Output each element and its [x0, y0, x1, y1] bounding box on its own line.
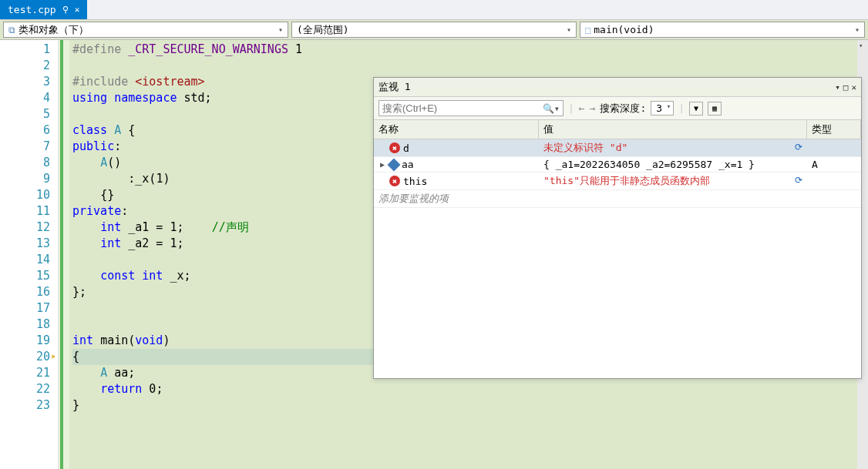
tab-label: test.cpp: [8, 4, 56, 15]
line-gutter: 1234567891011121314151617181920212223: [0, 40, 59, 469]
watch-row[interactable]: ✖this"this"只能用于非静态成员函数内部⟳: [374, 173, 861, 190]
line-number: 16: [0, 284, 50, 300]
watch-toolbar: 🔍▾ | ← → 搜索深度: 3 | ▼ ▦: [374, 97, 861, 120]
watch-name: aa: [402, 159, 414, 170]
watch-row[interactable]: ✖d未定义标识符 "d"⟳: [374, 139, 861, 157]
line-number: 15: [0, 268, 50, 284]
close-icon[interactable]: ✕: [851, 82, 856, 92]
filter-icon[interactable]: ▼: [689, 102, 703, 116]
line-number: 4: [0, 90, 50, 106]
line-number: 22: [0, 381, 50, 397]
error-icon: ✖: [389, 176, 400, 186]
watch-grid-body: ✖d未定义标识符 "d"⟳▶aa{ _a1=2022634050 _a2=629…: [374, 139, 861, 378]
code-line[interactable]: }: [72, 397, 865, 414]
file-tab[interactable]: test.cpp ⚲ ✕: [0, 0, 87, 19]
watch-titlebar[interactable]: 监视 1 ▾ □ ✕: [374, 78, 861, 97]
code-line[interactable]: [72, 58, 865, 74]
nav-back-icon[interactable]: ←: [579, 102, 585, 114]
line-number: 12: [0, 219, 50, 236]
line-number: 19: [0, 333, 50, 349]
nav-forward-icon[interactable]: →: [590, 102, 596, 114]
depth-label: 搜索深度:: [600, 102, 646, 116]
scope-dropdown-global[interactable]: (全局范围): [291, 22, 577, 38]
refresh-icon[interactable]: ⟳: [795, 142, 802, 152]
line-number: 21: [0, 365, 50, 381]
cube-icon: ⬚: [585, 25, 590, 35]
code-line[interactable]: #define _CRT_SECURE_NO_WARNINGS 1: [72, 42, 865, 58]
pin-icon[interactable]: ⚲: [62, 5, 69, 15]
watch-title-text: 监视 1: [378, 80, 832, 94]
watch-grid-header: 名称 值 类型: [374, 120, 861, 139]
line-number: 5: [0, 106, 50, 122]
expand-icon[interactable]: ▶: [378, 160, 386, 169]
col-value[interactable]: 值: [539, 120, 807, 139]
line-number: 14: [0, 252, 50, 268]
line-number: 1: [0, 42, 50, 58]
watch-row[interactable]: ▶aa{ _a1=2022634050 _a2=6295587 _x=1 }A: [374, 157, 861, 173]
line-number: 9: [0, 171, 50, 187]
line-number: 8: [0, 155, 50, 171]
dropdown-label: main(void): [594, 24, 654, 35]
watch-type: [807, 146, 861, 149]
watch-value: "this"只能用于非静态成员函数内部⟳: [539, 173, 807, 189]
refresh-icon[interactable]: ⟳: [795, 175, 802, 186]
depth-dropdown[interactable]: 3: [651, 101, 674, 116]
watch-search[interactable]: 🔍▾: [378, 100, 564, 116]
scope-dropdown-project[interactable]: ⧉ 类和对象（下）: [3, 22, 288, 38]
watch-value: { _a1=2022634050 _a2=6295587 _x=1 }: [539, 157, 807, 172]
line-number: 10: [0, 187, 50, 203]
line-number: 11: [0, 203, 50, 219]
line-number: 6: [0, 122, 50, 139]
nav-dropdown-bar: ⧉ 类和对象（下） (全局范围) ⬚ main(void): [0, 20, 868, 40]
class-icon: ⧉: [8, 25, 15, 35]
line-number: 13: [0, 236, 50, 252]
line-number: 23: [0, 397, 50, 414]
watch-window: 监视 1 ▾ □ ✕ 🔍▾ | ← → 搜索深度: 3 | ▼ ▦ 名称 值 类…: [373, 77, 862, 379]
watch-type: [807, 179, 861, 183]
change-margin: [59, 40, 69, 469]
error-icon: ✖: [389, 142, 400, 153]
line-number: 18: [0, 317, 50, 333]
add-watch-label: 添加要监视的项: [374, 190, 539, 207]
tab-bar: test.cpp ⚲ ✕: [0, 0, 868, 20]
dropdown-label: (全局范围): [297, 23, 349, 37]
watch-name: d: [403, 142, 409, 154]
watch-name: this: [403, 176, 427, 187]
line-number: 17: [0, 300, 50, 317]
watch-value: 未定义标识符 "d"⟳: [539, 139, 807, 156]
breakpoint-arrow-icon: ➤: [51, 349, 56, 365]
maximize-icon[interactable]: □: [843, 82, 849, 92]
close-icon[interactable]: ✕: [75, 5, 80, 15]
scope-dropdown-function[interactable]: ⬚ main(void): [580, 22, 865, 38]
col-type[interactable]: 类型: [807, 120, 861, 139]
line-number: 20: [0, 349, 50, 365]
line-number: 3: [0, 74, 50, 90]
dropdown-label: 类和对象（下）: [19, 23, 89, 37]
search-icon[interactable]: 🔍▾: [543, 103, 560, 114]
columns-icon[interactable]: ▦: [708, 102, 722, 116]
line-number: 2: [0, 58, 50, 74]
watch-add-row[interactable]: 添加要监视的项: [374, 190, 861, 208]
window-menu-icon[interactable]: ▾: [835, 82, 840, 92]
separator: |: [678, 102, 685, 114]
separator: |: [568, 102, 574, 114]
code-line[interactable]: return 0;: [72, 381, 865, 397]
watch-type: A: [807, 157, 861, 172]
col-name[interactable]: 名称: [374, 120, 539, 139]
object-icon: [388, 158, 401, 171]
line-number: 7: [0, 139, 50, 155]
search-input[interactable]: [382, 102, 543, 114]
